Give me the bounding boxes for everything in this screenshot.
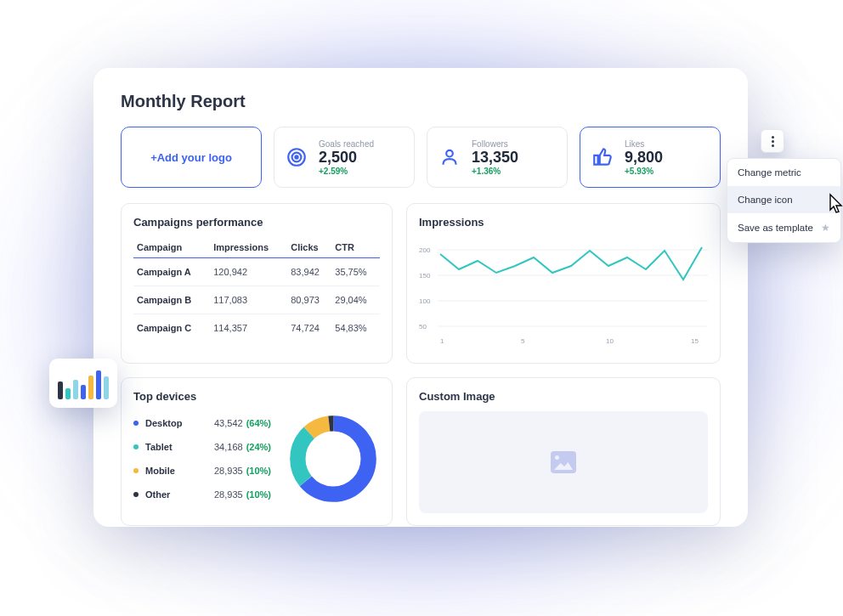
svg-text:50: 50	[419, 323, 427, 331]
svg-point-2	[295, 155, 297, 158]
user-icon	[438, 145, 461, 169]
report-card: Monthly Report +Add your logo Goals reac…	[93, 68, 748, 527]
page-title: Monthly Report	[121, 92, 721, 111]
col-impressions[interactable]: Impressions	[210, 237, 287, 258]
svg-text:100: 100	[419, 297, 431, 305]
table-row[interactable]: Campaign C 114,357 74,724 54,83%	[133, 314, 380, 342]
stat-goals[interactable]: Goals reached 2,500 +2.59%	[274, 127, 415, 188]
custom-image-drop[interactable]	[419, 411, 708, 513]
menu-change-metric[interactable]: Change metric	[727, 159, 840, 186]
panel-title: Impressions	[419, 216, 708, 229]
target-icon	[285, 145, 308, 169]
campaigns-table: Campaign Impressions Clicks CTR Campaign…	[133, 237, 380, 342]
col-ctr[interactable]: CTR	[331, 237, 380, 258]
stat-label: Goals reached	[319, 139, 374, 149]
devices-donut	[286, 412, 380, 506]
devices-list: Desktop 43,542 (64%) Tablet 34,168 (24%)…	[133, 411, 271, 506]
add-logo-button[interactable]: +Add your logo	[121, 127, 262, 188]
list-item[interactable]: Other 28,935 (10%)	[133, 483, 271, 506]
impressions-panel: Impressions 200 150 100 50 1 5 10 15	[406, 203, 721, 364]
devices-panel: Top devices Desktop 43,542 (64%) Tablet …	[121, 377, 393, 526]
stat-value: 2,500	[319, 149, 374, 167]
panel-title: Top devices	[133, 390, 380, 403]
legend-dot	[133, 492, 139, 497]
stat-likes[interactable]: Likes 9,800 +5.93%	[580, 127, 721, 188]
svg-text:1: 1	[440, 337, 444, 345]
legend-dot	[133, 421, 139, 426]
panel-title: Custom Image	[419, 390, 708, 403]
more-options-button[interactable]	[761, 129, 784, 153]
menu-change-icon[interactable]: Change icon	[727, 186, 840, 213]
col-clicks[interactable]: Clicks	[287, 237, 331, 258]
list-item[interactable]: Mobile 28,935 (10%)	[133, 459, 271, 483]
svg-text:150: 150	[419, 272, 431, 280]
custom-image-panel: Custom Image	[406, 377, 721, 526]
list-item[interactable]: Tablet 34,168 (24%)	[133, 435, 271, 459]
legend-dot	[133, 444, 139, 449]
svg-point-3	[446, 150, 453, 157]
list-item[interactable]: Desktop 43,542 (64%)	[133, 411, 271, 435]
stat-pct: +5.93%	[625, 167, 663, 176]
star-icon: ★	[821, 222, 830, 234]
options-menu: Change metric Change icon Save as templa…	[727, 158, 841, 243]
legend-dot	[133, 468, 139, 473]
panel-title: Campaigns performance	[133, 216, 380, 229]
stat-pct: +2.59%	[319, 167, 374, 176]
stat-pct: +1.36%	[472, 167, 518, 176]
stat-followers[interactable]: Followers 13,350 +1.36%	[427, 127, 568, 188]
svg-text:10: 10	[606, 337, 614, 345]
campaigns-panel: Campaigns performance Campaign Impressio…	[121, 203, 393, 364]
panels-grid: Campaigns performance Campaign Impressio…	[121, 203, 721, 526]
stat-label: Likes	[625, 139, 663, 149]
svg-text:5: 5	[521, 337, 525, 345]
impressions-chart: 200 150 100 50 1 5 10 15	[419, 237, 708, 348]
table-row[interactable]: Campaign A 120,942 83,942 35,75%	[133, 258, 380, 286]
table-row[interactable]: Campaign B 117,083 80,973 29,04%	[133, 286, 380, 314]
stat-label: Followers	[472, 139, 518, 149]
image-placeholder-icon	[551, 451, 576, 473]
add-logo-label: +Add your logo	[150, 151, 232, 164]
svg-text:15: 15	[691, 337, 699, 345]
svg-text:200: 200	[419, 246, 431, 254]
stats-row: +Add your logo Goals reached 2,500 +2.59…	[121, 127, 721, 188]
col-campaign[interactable]: Campaign	[133, 237, 210, 258]
bar-chart-badge-icon	[49, 359, 117, 408]
stat-value: 9,800	[625, 149, 663, 167]
stat-value: 13,350	[472, 149, 518, 167]
menu-save-template[interactable]: Save as template ★	[727, 213, 840, 242]
thumbs-up-icon	[591, 145, 614, 169]
